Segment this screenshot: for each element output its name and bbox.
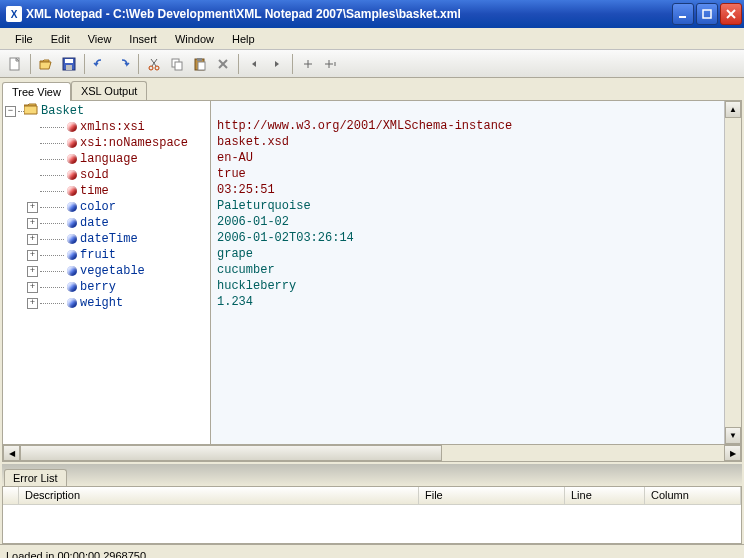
scroll-left-icon[interactable]: ◀ xyxy=(3,445,20,461)
menu-window[interactable]: Window xyxy=(166,31,223,47)
tree-node-element[interactable]: date xyxy=(80,216,109,230)
error-col-line[interactable]: Line xyxy=(565,487,645,504)
tree-row[interactable]: +berry xyxy=(3,279,210,295)
value-cell[interactable]: en-AU xyxy=(217,151,724,167)
minimize-button[interactable] xyxy=(672,3,694,25)
expand-icon[interactable]: + xyxy=(27,202,38,213)
svg-rect-8 xyxy=(66,65,72,70)
insert-sibling-icon[interactable] xyxy=(297,53,319,75)
copy-icon[interactable] xyxy=(166,53,188,75)
expand-icon[interactable]: + xyxy=(27,218,38,229)
tree-row[interactable]: +date xyxy=(3,215,210,231)
expand-icon[interactable]: + xyxy=(27,250,38,261)
tree-row[interactable]: xsi:noNamespace xyxy=(3,135,210,151)
svg-rect-1 xyxy=(703,10,711,18)
scroll-track[interactable] xyxy=(725,118,741,427)
new-icon[interactable] xyxy=(4,53,26,75)
error-col-column[interactable]: Column xyxy=(645,487,741,504)
window-controls xyxy=(672,3,742,25)
tree-node-element[interactable]: weight xyxy=(80,296,123,310)
error-col-icon[interactable] xyxy=(3,487,19,504)
value-cell[interactable]: true xyxy=(217,167,724,183)
value-cell[interactable]: Paleturquoise xyxy=(217,199,724,215)
value-cell[interactable]: 1.234 xyxy=(217,295,724,311)
menu-help[interactable]: Help xyxy=(223,31,264,47)
value-cell[interactable]: 2006-01-02 xyxy=(217,215,724,231)
svg-marker-21 xyxy=(275,61,279,67)
tree-node-element[interactable]: berry xyxy=(80,280,116,294)
tree-node-attribute[interactable]: xsi:noNamespace xyxy=(80,136,188,150)
insert-child-icon[interactable] xyxy=(320,53,342,75)
tree-node-attribute[interactable]: sold xyxy=(80,168,109,182)
horizontal-scrollbar[interactable]: ◀ ▶ xyxy=(2,445,742,462)
value-cell[interactable]: grape xyxy=(217,247,724,263)
delete-icon[interactable] xyxy=(212,53,234,75)
h-scroll-thumb[interactable] xyxy=(20,445,442,461)
title-bar: X XML Notepad - C:\Web Development\XML N… xyxy=(0,0,744,28)
open-icon[interactable] xyxy=(35,53,57,75)
element-icon xyxy=(67,250,77,260)
error-tab-area: Error List xyxy=(2,464,742,486)
tree-node-element[interactable]: fruit xyxy=(80,248,116,262)
tab-xsl-output[interactable]: XSL Output xyxy=(71,81,147,100)
scroll-right-icon[interactable]: ▶ xyxy=(724,445,741,461)
tree-row[interactable]: +dateTime xyxy=(3,231,210,247)
tree-node-attribute[interactable]: time xyxy=(80,184,109,198)
error-col-description[interactable]: Description xyxy=(19,487,419,504)
paste-icon[interactable] xyxy=(189,53,211,75)
undo-icon[interactable] xyxy=(89,53,111,75)
tree-row[interactable]: xmlns:xsi xyxy=(3,119,210,135)
tree-pane[interactable]: −Basketxmlns:xsixsi:noNamespacelanguages… xyxy=(3,101,211,444)
separator xyxy=(30,54,31,74)
save-icon[interactable] xyxy=(58,53,80,75)
redo-icon[interactable] xyxy=(112,53,134,75)
maximize-button[interactable] xyxy=(696,3,718,25)
value-cell[interactable]: cucumber xyxy=(217,263,724,279)
value-cell[interactable]: huckleberry xyxy=(217,279,724,295)
scroll-down-icon[interactable]: ▼ xyxy=(725,427,741,444)
h-scroll-track[interactable] xyxy=(20,445,724,461)
tree-row[interactable]: +fruit xyxy=(3,247,210,263)
vertical-scrollbar[interactable]: ▲ ▼ xyxy=(724,101,741,444)
svg-rect-14 xyxy=(175,62,182,70)
tree-row[interactable]: time xyxy=(3,183,210,199)
tree-node-element[interactable]: dateTime xyxy=(80,232,138,246)
value-cell[interactable]: 03:25:51 xyxy=(217,183,724,199)
element-icon xyxy=(67,234,77,244)
expand-icon[interactable]: + xyxy=(27,234,38,245)
tree-node-element[interactable]: color xyxy=(80,200,116,214)
value-cell[interactable]: 2006-01-02T03:26:14 xyxy=(217,231,724,247)
menu-edit[interactable]: Edit xyxy=(42,31,79,47)
tree-row[interactable]: +color xyxy=(3,199,210,215)
element-icon xyxy=(67,266,77,276)
nudge-right-icon[interactable] xyxy=(266,53,288,75)
value-cell[interactable]: basket.xsd xyxy=(217,135,724,151)
expand-icon[interactable]: + xyxy=(27,266,38,277)
tree-node-element[interactable]: vegetable xyxy=(80,264,145,278)
tab-error-list[interactable]: Error List xyxy=(4,469,67,486)
error-list[interactable]: Description File Line Column xyxy=(2,486,742,544)
collapse-icon[interactable]: − xyxy=(5,106,16,117)
expand-icon[interactable]: + xyxy=(27,298,38,309)
tree-row[interactable]: sold xyxy=(3,167,210,183)
tree-node-root[interactable]: Basket xyxy=(41,104,84,118)
menu-insert[interactable]: Insert xyxy=(120,31,166,47)
expand-icon[interactable]: + xyxy=(27,282,38,293)
menu-file[interactable]: File xyxy=(6,31,42,47)
error-col-file[interactable]: File xyxy=(419,487,565,504)
tree-node-attribute[interactable]: language xyxy=(80,152,138,166)
menu-view[interactable]: View xyxy=(79,31,121,47)
close-button[interactable] xyxy=(720,3,742,25)
tree-row[interactable]: +weight xyxy=(3,295,210,311)
values-pane[interactable]: http://www.w3.org/2001/XMLSchema-instanc… xyxy=(211,101,724,444)
tree-node-attribute[interactable]: xmlns:xsi xyxy=(80,120,145,134)
tab-tree-view[interactable]: Tree View xyxy=(2,82,71,101)
cut-icon[interactable] xyxy=(143,53,165,75)
tree-row[interactable]: +vegetable xyxy=(3,263,210,279)
value-cell[interactable]: http://www.w3.org/2001/XMLSchema-instanc… xyxy=(217,119,724,135)
element-icon xyxy=(67,218,77,228)
tree-row[interactable]: language xyxy=(3,151,210,167)
nudge-left-icon[interactable] xyxy=(243,53,265,75)
svg-point-11 xyxy=(149,66,153,70)
scroll-up-icon[interactable]: ▲ xyxy=(725,101,741,118)
